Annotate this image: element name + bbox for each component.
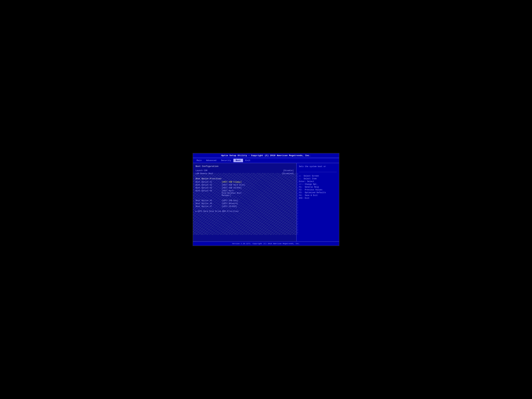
key-change-opt: +/-: Change Opt. — [299, 183, 337, 185]
boot-option-6-value[interactable]: [UEFI Network] — [222, 203, 238, 205]
boot-option-4-row: Boot Option #4 [UEFI Hard Disk:Windows B… — [196, 190, 294, 196]
boot-option-2-value[interactable]: [UEFI USB Hard Disk] — [222, 184, 245, 186]
boot-option-6-row: Boot Option #6 [UEFI Network] — [196, 203, 294, 205]
boot-option-5-label: Boot Option #5 — [196, 200, 222, 202]
bbs-priorities-label: UEFI Hard Disk Drive BBS Priorities — [197, 210, 239, 213]
bbs-priorities-link[interactable]: UEFI Hard Disk Drive BBS Priorities — [196, 210, 294, 213]
boot-option-3-value[interactable]: [UEFI USB CD/DVD] — [222, 187, 241, 189]
footer: Version 2.20.1271. Copyright (C) 2018 Am… — [193, 241, 339, 246]
nav-exit[interactable]: Exit — [243, 159, 253, 162]
right-panel: Sets the system boot or ⇔: Select Screen… — [297, 163, 339, 241]
nav-advanced[interactable]: Advanced — [204, 159, 219, 162]
boot-option-4-label: Boot Option #4 — [196, 190, 222, 196]
nav-main[interactable]: Main — [194, 159, 204, 162]
boot-option-2-row: Boot Option #2 [UEFI USB Hard Disk] — [196, 184, 294, 186]
lan-remote-boot-label: LAN Remote Boot — [196, 172, 213, 175]
left-panel: Boot Configuration Launch CSM [Disable] … — [193, 163, 297, 241]
key-select-item: ↕: Select Item — [299, 178, 337, 180]
nav-boot[interactable]: Boot — [233, 159, 243, 162]
key-f1: F1: General Help — [299, 186, 337, 188]
header-title-text: Aptio Setup Utility - Copyright (C) 2018… — [221, 154, 311, 157]
launch-csm-value[interactable]: [Disable] — [283, 170, 294, 172]
footer-text: Version 2.20.1271. Copyright (C) 2018 Am… — [232, 243, 300, 245]
key-esc: ESC: Exit — [299, 197, 337, 199]
boot-option-1-row: Boot Option #1 [UEFI USB Floppy] — [196, 181, 294, 183]
boot-option-1-label: Boot Option #1 — [196, 181, 222, 183]
bios-screen: Aptio Setup Utility - Copyright (C) 2018… — [193, 153, 339, 246]
boot-option-2-label: Boot Option #2 — [196, 184, 222, 186]
header-title: Aptio Setup Utility - Copyright (C) 2018… — [193, 153, 339, 158]
section-title: Boot Configuration — [196, 165, 294, 168]
boot-option-1-value[interactable]: [UEFI USB Floppy] — [222, 181, 241, 183]
boot-option-7-label: Boot Option #7 — [196, 205, 222, 208]
key-f4: F4: Save & Exit — [299, 194, 337, 196]
boot-option-4-value[interactable]: [UEFI Hard Disk:Windows Boot Manager] — [222, 190, 241, 196]
boot-priorities-title: Boot Option Priorities — [196, 178, 294, 180]
key-f2: F2: Previous Values — [299, 189, 337, 191]
help-divider — [299, 172, 337, 172]
launch-csm-label: Launch CSM — [196, 170, 207, 172]
key-enter: Enter: Select — [299, 180, 337, 183]
lan-remote-boot-row: LAN Remote Boot [Disabled] — [196, 172, 294, 175]
nav-security[interactable]: Security — [219, 159, 233, 162]
boot-option-7-value[interactable]: [UEFI CD/DVD] — [222, 205, 237, 208]
boot-option-5-row: Boot Option #5 [UEFI USB Key] — [196, 200, 294, 202]
boot-option-7-row: Boot Option #7 [UEFI CD/DVD] — [196, 205, 294, 208]
boot-option-3-label: Boot Option #3 — [196, 187, 222, 189]
boot-option-3-row: Boot Option #3 [UEFI USB CD/DVD] — [196, 187, 294, 189]
boot-option-5-value[interactable]: [UEFI USB Key] — [222, 200, 238, 202]
lan-remote-boot-value[interactable]: [Disabled] — [282, 172, 294, 175]
key-f3: F3: Optimized Defaults — [299, 191, 337, 194]
boot-option-6-label: Boot Option #6 — [196, 203, 222, 205]
launch-csm-row: Launch CSM [Disable] — [196, 170, 294, 172]
key-help-section: ⇔: Select Screen ↕: Select Item Enter: S… — [299, 175, 337, 200]
help-description: Sets the system boot or — [299, 165, 337, 168]
key-select-screen: ⇔: Select Screen — [299, 175, 337, 177]
nav-bar: Main Advanced Security Boot Exit — [193, 158, 339, 163]
main-content: Boot Configuration Launch CSM [Disable] … — [193, 163, 339, 241]
